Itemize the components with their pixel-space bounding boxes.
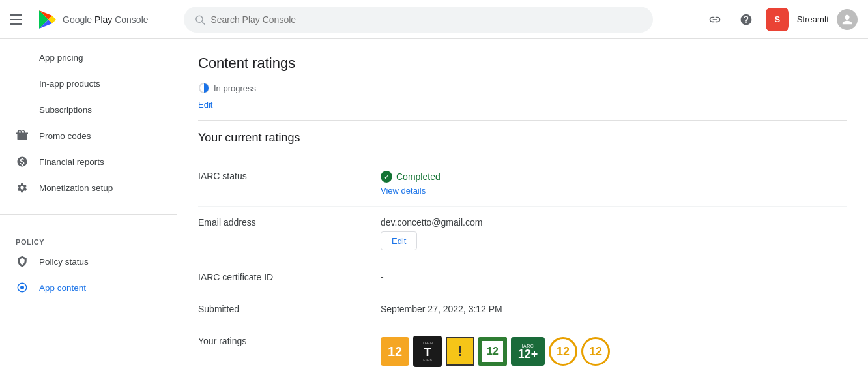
sidebar-label-app-pricing: App pricing — [39, 53, 83, 63]
main-divider — [198, 120, 847, 121]
sidebar-label-financial-reports: Financial reports — [39, 157, 104, 167]
app-badge-initial: S — [775, 14, 781, 24]
app-content-icon — [16, 281, 29, 294]
header-right: S StreamIt — [703, 8, 858, 31]
sidebar-item-in-app-products[interactable]: In-app products — [0, 70, 177, 96]
sidebar-label-subscriptions: Subscriptions — [39, 105, 92, 115]
completed-label: Completed — [396, 171, 441, 182]
iarc12plus-badge: IARC 12+ — [511, 337, 545, 366]
your-ratings-row: Your ratings 12 TEEN T ESRB ! — [198, 325, 847, 371]
sidebar-divider — [0, 214, 177, 215]
email-address-row: Email address dev.concetto@gmail.com Edi… — [198, 207, 847, 261]
app-badge[interactable]: S — [766, 8, 789, 31]
link-icon-button[interactable] — [703, 8, 727, 31]
search-bar[interactable] — [184, 7, 653, 33]
sidebar-item-promo-codes[interactable]: Promo codes — [0, 123, 177, 149]
logo-text: Google Play Console — [63, 14, 149, 25]
email-label: Email address — [198, 217, 381, 250]
promo-codes-icon — [16, 129, 29, 142]
ratings-badges: 12 TEEN T ESRB ! 12 — [381, 336, 847, 367]
sidebar-label-monetization-setup: Monetization setup — [39, 183, 113, 193]
sidebar-label-in-app: In-app products — [39, 79, 100, 89]
policy-section-label: Policy — [0, 228, 177, 248]
circle12-badge: 12 — [549, 337, 577, 366]
sidebar-label-promo-codes: Promo codes — [39, 131, 91, 141]
iarc-cert-value: - — [381, 272, 847, 282]
submitted-row: Submitted September 27, 2022, 3:12 PM — [198, 293, 847, 325]
classind-badge: ! — [446, 337, 474, 366]
sidebar-item-financial-reports[interactable]: Financial reports — [0, 149, 177, 175]
view-details-link[interactable]: View details — [381, 186, 426, 196]
search-icon — [194, 14, 205, 25]
monetization-setup-icon — [16, 181, 29, 194]
header: Google Play Console S StreamIt — [0, 0, 868, 39]
sidebar-item-monetization-setup[interactable]: Monetization setup — [0, 175, 177, 201]
sidebar-label-policy-status: Policy status — [39, 257, 89, 267]
financial-reports-icon — [16, 155, 29, 168]
in-app-icon — [16, 77, 29, 90]
app-pricing-icon — [16, 51, 29, 64]
sidebar-item-app-pricing[interactable]: App pricing — [0, 44, 177, 70]
sidebar: App pricing In-app products Subscription… — [0, 39, 177, 371]
status-label: In progress — [214, 83, 256, 93]
completed-badge: ✓ Completed — [381, 171, 847, 183]
check-circle-icon: ✓ — [381, 171, 392, 183]
submitted-label: Submitted — [198, 304, 381, 314]
status-row: In progress — [198, 82, 847, 94]
account-icon[interactable] — [837, 9, 858, 30]
iarc-cert-label: IARC certificate ID — [198, 272, 381, 282]
logo[interactable]: Google Play Console — [34, 7, 149, 33]
in-progress-status: In progress — [198, 82, 256, 94]
pegi12-badge: 12 — [381, 337, 409, 366]
app-name-label: StreamIt — [797, 14, 829, 24]
main-content: Content ratings In progress Edit Your cu… — [177, 39, 868, 371]
esrb-teen-badge: TEEN T ESRB — [413, 336, 442, 367]
policy-status-icon — [16, 255, 29, 268]
current-ratings-title: Your current ratings — [198, 131, 847, 145]
menu-button[interactable] — [10, 12, 26, 27]
help-icon-button[interactable] — [734, 8, 758, 31]
email-value: dev.concetto@gmail.com — [381, 217, 847, 228]
submitted-value: September 27, 2022, 3:12 PM — [381, 304, 847, 314]
sidebar-item-subscriptions[interactable]: Subscriptions — [0, 96, 177, 123]
sidebar-item-policy-status[interactable]: Policy status — [0, 248, 177, 275]
content-ratings-title: Content ratings — [198, 55, 847, 72]
circle12b-badge: 12 — [581, 337, 610, 366]
iarc-status-label: IARC status — [198, 171, 381, 196]
subscriptions-icon — [16, 103, 29, 116]
edit-link-top[interactable]: Edit — [198, 100, 212, 110]
sidebar-label-app-content: App content — [39, 283, 86, 293]
email-edit-button[interactable]: Edit — [381, 231, 417, 250]
search-input[interactable] — [210, 14, 643, 25]
svg-line-1 — [202, 22, 205, 24]
iarc-status-value: ✓ Completed View details — [381, 171, 847, 196]
email-value-area: dev.concetto@gmail.com Edit — [381, 217, 847, 250]
iarc-status-row: IARC status ✓ Completed View details — [198, 160, 847, 207]
layout: App pricing In-app products Subscription… — [0, 39, 868, 371]
usk12-badge: 12 — [478, 337, 507, 366]
iarc-cert-row: IARC certificate ID - — [198, 261, 847, 293]
svg-point-3 — [20, 286, 24, 289]
your-ratings-label: Your ratings — [198, 336, 381, 367]
progress-icon — [198, 82, 210, 94]
sidebar-item-app-content[interactable]: App content — [0, 275, 177, 301]
